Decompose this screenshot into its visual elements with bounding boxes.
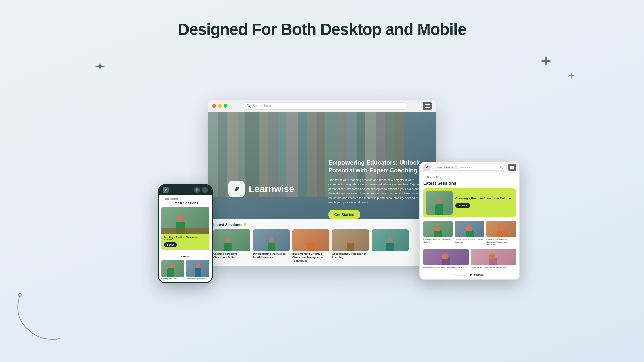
min-dot <box>218 104 222 108</box>
tablet-featured-img <box>426 191 453 215</box>
star-decoration-2 <box>539 54 553 70</box>
tablet-grid-img-2 <box>455 221 484 237</box>
session-thumb-3[interactable]: Implementing Effective Classroom Managem… <box>292 229 329 263</box>
session-label-3: Implementing Effective Classroom Managem… <box>292 252 329 263</box>
tablet-featured-info: Creating a Positive Classroom Culture Pl… <box>455 197 513 208</box>
tablet-featured-card[interactable]: Creating a Positive Classroom Culture Pl… <box>423 188 516 217</box>
get-started-button[interactable]: Get Started <box>328 210 360 219</box>
tablet-featured-title: Creating a Positive Classroom Culture <box>455 197 513 201</box>
phone-videos-label: Videos <box>161 253 209 258</box>
phone-section-title: Latest Sessions <box>161 201 209 205</box>
tablet-search-tag: Latest Sessions × <box>435 166 458 169</box>
sessions-row: Creating a Positive Classroom Culture <box>213 229 431 263</box>
phone-menu-icon[interactable]: ☰ <box>202 187 208 193</box>
svg-point-1 <box>237 187 239 189</box>
tablet-titlebar: Latest Sessions × Search here... 🔍 <box>420 162 519 173</box>
tablet-back[interactable]: ← Back to Home <box>423 176 516 179</box>
phone-body: ← Back to Home Latest Sessions Creating … <box>159 195 212 282</box>
svg-point-2 <box>427 166 428 167</box>
phone-mockup: 🔍 ☰ ← Back to Home Latest Sessions <box>158 184 213 283</box>
tablet-grid-label-5: Balancing Work and Life as an Educator <box>471 266 516 269</box>
session-thumb-img-3 <box>292 229 329 251</box>
star-decoration-1 <box>94 60 106 74</box>
phone-video-item-1[interactable]: Creating a Positive <box>161 260 184 280</box>
desktop-titlebar: 🔍 Search here... <box>208 100 436 112</box>
learnwise-name: Learnwise <box>249 184 294 194</box>
tablet-body: ← Back to Home Latest Sessions Creating … <box>420 173 519 279</box>
session-label-1: Creating a Positive Classroom Culture <box>213 252 250 259</box>
session-thumb-img-2 <box>253 229 290 251</box>
phone-video-item-2[interactable]: Differentiating Instruction <box>186 260 209 280</box>
tablet-grid-img-4 <box>423 249 469 265</box>
session-label-2: Differentiating Instruction for All Lear… <box>253 252 290 259</box>
tablet-section-title: Latest Sessions <box>423 181 516 186</box>
hero-description: Transform your teaching practice and rea… <box>328 178 422 205</box>
session-thumb-1[interactable]: Creating a Positive Classroom Culture <box>213 229 250 263</box>
phone-search-icon[interactable]: 🔍 <box>194 187 200 193</box>
session-thumb-2[interactable]: Differentiating Instruction for All Lear… <box>253 229 290 263</box>
svg-point-5 <box>166 189 167 190</box>
tablet-grid-item-2[interactable]: Differentiating Instruction for All Lear… <box>455 221 484 246</box>
desktop-mockup: 🔍 Search here... <box>208 100 436 266</box>
phone-back[interactable]: ← Back to Home <box>161 198 209 200</box>
phone-video-img-1 <box>161 260 184 277</box>
max-dot <box>224 104 227 108</box>
sessions-title: Latest Sessions <box>213 223 431 227</box>
phone-videos-row: Creating a Positive Differentiating Inst… <box>161 260 209 280</box>
session-thumb-4[interactable]: Assessment Strategies for Learning <box>332 229 369 263</box>
tablet-grid-label-3: Implementing Effective Classroom Managem… <box>486 238 516 246</box>
deco-curve <box>10 288 64 342</box>
tablet-grid-img-3 <box>486 221 516 237</box>
desktop-search-bar[interactable]: 🔍 Search here... <box>243 102 408 110</box>
tablet-grid-row2: Assessment Strategies for Improved Learn… <box>423 249 516 269</box>
tablet-grid-row1: Creating a Positive Classroom Culture Di… <box>423 221 516 246</box>
star-decoration-3 <box>568 72 575 81</box>
tablet-grid-img-1 <box>423 221 453 237</box>
phone-featured-info: Creating a Positive Classroom Culture Pl… <box>161 234 209 250</box>
phone-logo <box>163 187 169 193</box>
learnwise-icon <box>228 181 245 197</box>
search-placeholder: Search here... <box>253 104 274 108</box>
tablet-grid-item-5[interactable]: Balancing Work and Life as an Educator <box>471 249 516 269</box>
phone-video-img-2 <box>186 260 209 277</box>
tablet-search-input: Search here... <box>459 166 474 169</box>
tablet-grid-label-2: Differentiating Instruction for All Lear… <box>455 238 484 244</box>
tablet-logo <box>423 164 430 171</box>
tablet-mockup: Latest Sessions × Search here... 🔍 ← Bac… <box>419 162 520 280</box>
learnwise-logo: Learnwise <box>228 181 294 197</box>
session-label-4: Assessment Strategies for Learning <box>332 252 369 259</box>
phone-featured-img <box>161 207 209 234</box>
tablet-search-icon: 🔍 <box>500 166 503 169</box>
tablet-menu-button[interactable] <box>508 164 516 171</box>
tablet-grid-item-4[interactable]: Assessment Strategies for Improved Learn… <box>423 249 469 269</box>
phone-video-label-2: Differentiating Instruction <box>186 278 209 280</box>
svg-text:LEARNWISE: LEARNWISE <box>473 274 484 276</box>
tablet-play-button[interactable]: Play <box>455 203 470 208</box>
desktop-content: Learnwise Empowering Educators: Unlock P… <box>208 112 436 266</box>
session-thumb-img-4 <box>332 229 369 251</box>
tablet-grid-item-3[interactable]: Implementing Effective Classroom Managem… <box>486 221 516 246</box>
tablet-search-bar[interactable]: Latest Sessions × Search here... 🔍 <box>432 164 506 171</box>
session-thumb-5[interactable] <box>372 229 409 263</box>
phone-icons: 🔍 ☰ <box>194 187 208 193</box>
tablet-grid-label-4: Assessment Strategies for Improved Learn… <box>423 266 469 269</box>
phone-featured-card[interactable]: Creating a Positive Classroom Culture Pl… <box>161 207 209 250</box>
close-dot <box>212 104 216 108</box>
phone-topbar: 🔍 ☰ <box>159 185 212 195</box>
tablet-grid-item-1[interactable]: Creating a Positive Classroom Culture <box>423 221 453 246</box>
phone-featured-title: Creating a Positive Classroom Culture <box>164 236 207 241</box>
page-title: Designed For Both Desktop and Mobile <box>178 20 466 39</box>
phone-video-label-1: Creating a Positive <box>161 278 184 280</box>
sessions-dot <box>244 223 246 226</box>
tablet-grid-label-1: Creating a Positive Classroom Culture <box>423 238 453 244</box>
hero-title: Empowering Educators: Unlock Potential w… <box>328 159 422 175</box>
menu-button[interactable] <box>423 102 432 110</box>
tablet-grid-img-5 <box>471 249 516 265</box>
devices-container: 🔍 Search here... <box>138 59 506 293</box>
hero-text: Empowering Educators: Unlock Potential w… <box>328 159 422 219</box>
session-thumb-img-5 <box>372 229 409 251</box>
search-icon: 🔍 <box>247 104 251 108</box>
session-thumb-img-1 <box>213 229 250 251</box>
phone-play-button[interactable]: Play <box>164 242 177 247</box>
tablet-powered-by: Powered by LEARNWISE <box>423 272 516 277</box>
